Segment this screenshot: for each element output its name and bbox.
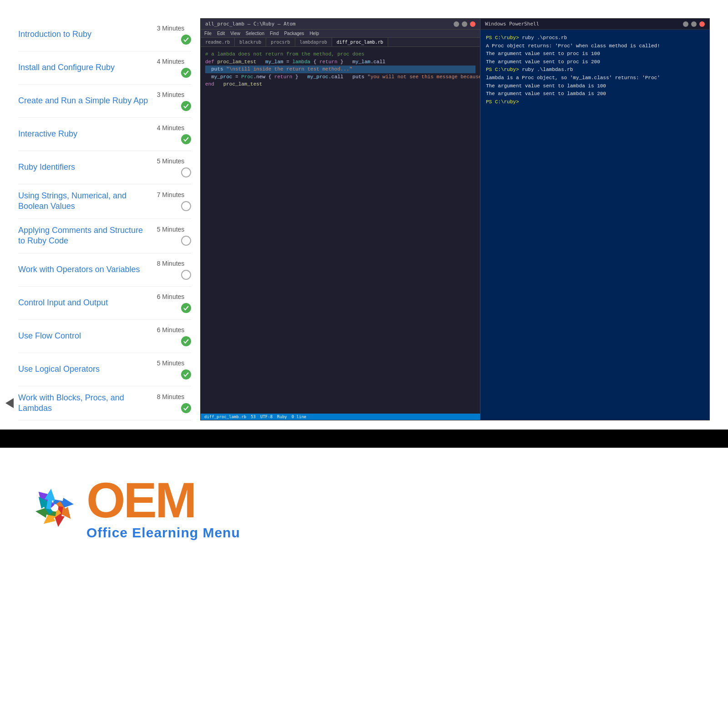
editor-tab-blackrub[interactable]: blackrub xyxy=(235,38,266,46)
terminal-maximize[interactable] xyxy=(691,21,697,27)
course-item-right: 6 Minutes xyxy=(150,293,191,313)
minimize-btn[interactable] xyxy=(454,21,459,27)
logo-arrows-svg xyxy=(27,480,82,535)
course-item-1[interactable]: Introduction to Ruby3 Minutes xyxy=(18,18,191,51)
status-circle xyxy=(181,270,191,280)
course-item-left: Use Flow Control xyxy=(18,331,150,341)
bottom-bar xyxy=(0,430,728,448)
duration-text: 4 Minutes xyxy=(157,58,185,65)
course-item-5[interactable]: Ruby Identifiers5 Minutes xyxy=(18,151,191,184)
course-item-title[interactable]: Ruby Identifiers xyxy=(18,162,75,172)
editor-menu: FileEditViewSelectionFindPackagesHelp xyxy=(201,30,480,38)
course-item-9[interactable]: Control Input and Output6 Minutes xyxy=(18,287,191,320)
course-item-7[interactable]: Applying Comments and Structure to Ruby … xyxy=(18,219,191,253)
terminal-line: The argument value sent to proc is 200 xyxy=(486,58,704,66)
course-item-title[interactable]: Install and Configure Ruby xyxy=(18,62,115,73)
editor-tab-diff_proc_lamb-rb[interactable]: diff_proc_lamb.rb xyxy=(332,38,388,46)
status-circle xyxy=(181,236,191,246)
course-item-right: 8 Minutes xyxy=(150,260,191,280)
course-item-title[interactable]: Create and Run a Simple Ruby App xyxy=(18,96,148,106)
statusbar-syntax: Ruby xyxy=(277,415,287,419)
close-btn[interactable] xyxy=(470,21,475,27)
editor-tabs: readme.rbblackrubprocsrblambdaprobdiff_p… xyxy=(201,38,480,47)
course-item-right: 7 Minutes xyxy=(150,191,191,211)
course-item-title[interactable]: Use Logical Operators xyxy=(18,364,100,374)
course-item-title[interactable]: Use Flow Control xyxy=(18,331,81,341)
course-item-right: 4 Minutes xyxy=(150,124,191,144)
course-item-left: Control Input and Output xyxy=(18,298,150,308)
top-section: Introduction to Ruby3 MinutesInstall and… xyxy=(0,0,728,430)
course-item-left: Work with Operators on Variables xyxy=(18,264,150,275)
course-item-3[interactable]: Create and Run a Simple Ruby App3 Minute… xyxy=(18,85,191,118)
course-item-title[interactable]: Work with Operators on Variables xyxy=(18,264,140,275)
menu-item-selection[interactable]: Selection xyxy=(246,31,264,36)
terminal-line: lambda is a Proc object, so 'my_lam.clas… xyxy=(486,74,704,82)
course-item-right: 5 Minutes xyxy=(150,359,191,379)
duration-text: 6 Minutes xyxy=(157,326,185,334)
terminal-close[interactable] xyxy=(699,21,705,27)
course-item-title[interactable]: Control Input and Output xyxy=(18,298,108,308)
editor-titlebar: all_proc_lamb — C:\Ruby — Atom xyxy=(201,19,480,30)
course-item-title[interactable]: Interactive Ruby xyxy=(18,129,77,139)
duration-text: 3 Minutes xyxy=(157,25,185,32)
duration-text: 5 Minutes xyxy=(157,226,185,233)
menu-item-edit[interactable]: Edit xyxy=(217,31,225,36)
course-item-right: 3 Minutes xyxy=(150,25,191,45)
terminal-line: PS C:\ruby> xyxy=(486,98,704,106)
course-item-left: Install and Configure Ruby xyxy=(18,62,150,73)
terminal-minimize[interactable] xyxy=(683,21,688,27)
terminal-line: The argument value sent to lambda is 200 xyxy=(486,90,704,98)
duration-text: 5 Minutes xyxy=(157,157,185,165)
course-item-left: Work with Blocks, Procs, and Lambdas xyxy=(18,393,150,414)
duration-text: 8 Minutes xyxy=(157,393,185,400)
maximize-btn[interactable] xyxy=(462,21,467,27)
status-circle xyxy=(181,68,191,78)
status-circle xyxy=(181,201,191,211)
course-item-title[interactable]: Applying Comments and Structure to Ruby … xyxy=(18,225,150,247)
editor-tab-procsrb[interactable]: procsrb xyxy=(266,38,295,46)
course-item-left: Applying Comments and Structure to Ruby … xyxy=(18,225,150,247)
course-item-title[interactable]: Introduction to Ruby xyxy=(18,29,91,40)
screenshot-area: all_proc_lamb — C:\Ruby — Atom FileEditV… xyxy=(200,18,710,420)
course-item-right: 3 Minutes xyxy=(150,91,191,111)
terminal-titlebar: Windows PowerShell xyxy=(480,19,709,30)
course-item-11[interactable]: Use Logical Operators5 Minutes xyxy=(18,353,191,386)
statusbar-encoding: UTF-8 xyxy=(260,415,273,419)
editor-tab-readme-rb[interactable]: readme.rb xyxy=(201,38,235,46)
duration-text: 7 Minutes xyxy=(157,191,185,198)
menu-item-find[interactable]: Find xyxy=(270,31,278,36)
course-item-right: 6 Minutes xyxy=(150,326,191,346)
course-item-12[interactable]: Work with Blocks, Procs, and Lambdas8 Mi… xyxy=(18,386,191,421)
terminal-line: A Proc object returns: 'Proc' when class… xyxy=(486,42,704,51)
course-item-right: 4 Minutes xyxy=(150,58,191,78)
course-item-title[interactable]: Using Strings, Numerical, and Boolean Va… xyxy=(18,191,150,212)
editor-title: all_proc_lamb — C:\Ruby — Atom xyxy=(205,21,296,27)
code-content: # a lambda does not return from the meth… xyxy=(201,47,480,414)
course-item-left: Interactive Ruby xyxy=(18,129,150,139)
course-item-10[interactable]: Use Flow Control6 Minutes xyxy=(18,320,191,353)
menu-item-file[interactable]: File xyxy=(204,31,212,36)
oem-subtitle: Office Elearning Menu xyxy=(86,525,240,541)
course-item-4[interactable]: Interactive Ruby4 Minutes xyxy=(18,118,191,151)
course-item-8[interactable]: Work with Operators on Variables8 Minute… xyxy=(18,253,191,287)
course-item-title[interactable]: Work with Blocks, Procs, and Lambdas xyxy=(18,393,150,414)
status-circle xyxy=(181,167,191,177)
status-circle xyxy=(181,303,191,313)
terminal-line: PS C:\ruby> ruby .\procs.rb xyxy=(486,34,704,42)
editor-tab-lambdaprob[interactable]: lambdaprob xyxy=(295,38,332,46)
menu-item-packages[interactable]: Packages xyxy=(284,31,304,36)
terminal-line: PS C:\ruby> ruby .\lambdas.rb xyxy=(486,66,704,74)
course-item-left: Using Strings, Numerical, and Boolean Va… xyxy=(18,191,150,212)
duration-text: 3 Minutes xyxy=(157,91,185,98)
terminal-content: PS C:\ruby> ruby .\procs.rbA Proc object… xyxy=(480,30,709,420)
menu-item-view[interactable]: View xyxy=(230,31,240,36)
logo-icon xyxy=(27,480,82,535)
status-circle xyxy=(181,403,191,413)
course-item-left: Use Logical Operators xyxy=(18,364,150,374)
course-item-6[interactable]: Using Strings, Numerical, and Boolean Va… xyxy=(18,184,191,219)
course-item-2[interactable]: Install and Configure Ruby4 Minutes xyxy=(18,51,191,85)
menu-item-help[interactable]: Help xyxy=(309,31,319,36)
course-item-right: 5 Minutes xyxy=(150,157,191,177)
statusbar-file: diff_proc_lamb.rb xyxy=(204,415,246,419)
main-container: Introduction to Ruby3 MinutesInstall and… xyxy=(0,0,728,568)
